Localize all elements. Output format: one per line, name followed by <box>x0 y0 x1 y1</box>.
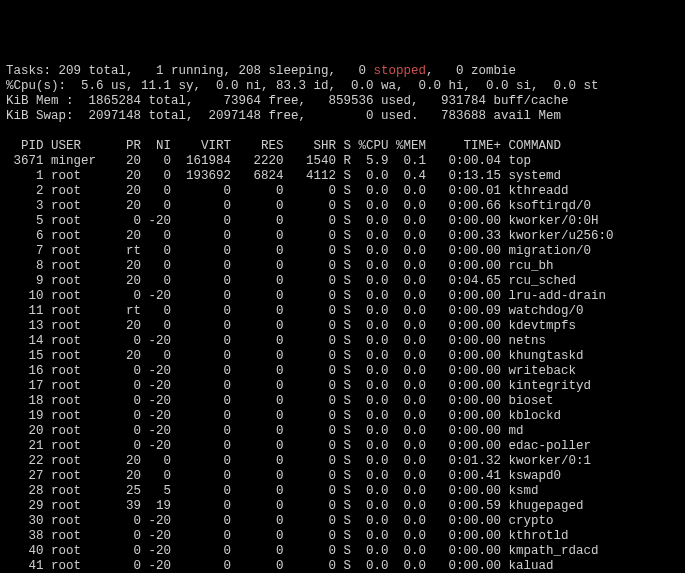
top-output[interactable]: Tasks: 209 total, 1 running, 208 sleepin… <box>6 64 679 573</box>
process-row[interactable]: 16 root 0 -20 0 0 0 S 0.0 0.0 0:00.00 wr… <box>6 364 679 379</box>
process-row[interactable]: 1 root 20 0 193692 6824 4112 S 0.0 0.4 0… <box>6 169 679 184</box>
cpu-line: %Cpu(s): 5.6 us, 11.1 sy, 0.0 ni, 83.3 i… <box>6 79 679 94</box>
process-row[interactable]: 28 root 25 5 0 0 0 S 0.0 0.0 0:00.00 ksm… <box>6 484 679 499</box>
stopped-word: stopped <box>374 64 427 78</box>
process-row[interactable]: 3 root 20 0 0 0 0 S 0.0 0.0 0:00.66 ksof… <box>6 199 679 214</box>
process-list[interactable]: 3671 minger 20 0 161984 2220 1540 R 5.9 … <box>6 154 679 573</box>
process-row[interactable]: 38 root 0 -20 0 0 0 S 0.0 0.0 0:00.00 kt… <box>6 529 679 544</box>
mem-line: KiB Mem : 1865284 total, 73964 free, 859… <box>6 94 679 109</box>
process-row[interactable]: 15 root 20 0 0 0 0 S 0.0 0.0 0:00.00 khu… <box>6 349 679 364</box>
blank-line <box>6 124 679 139</box>
process-row[interactable]: 9 root 20 0 0 0 0 S 0.0 0.0 0:04.65 rcu_… <box>6 274 679 289</box>
process-row[interactable]: 10 root 0 -20 0 0 0 S 0.0 0.0 0:00.00 lr… <box>6 289 679 304</box>
process-row[interactable]: 19 root 0 -20 0 0 0 S 0.0 0.0 0:00.00 kb… <box>6 409 679 424</box>
process-row[interactable]: 41 root 0 -20 0 0 0 S 0.0 0.0 0:00.00 ka… <box>6 559 679 573</box>
process-row[interactable]: 27 root 20 0 0 0 0 S 0.0 0.0 0:00.41 ksw… <box>6 469 679 484</box>
column-headers[interactable]: PID USER PR NI VIRT RES SHR S %CPU %MEM … <box>6 139 679 154</box>
process-row[interactable]: 14 root 0 -20 0 0 0 S 0.0 0.0 0:00.00 ne… <box>6 334 679 349</box>
process-row[interactable]: 2 root 20 0 0 0 0 S 0.0 0.0 0:00.01 kthr… <box>6 184 679 199</box>
process-row[interactable]: 11 root rt 0 0 0 0 S 0.0 0.0 0:00.09 wat… <box>6 304 679 319</box>
process-row[interactable]: 22 root 20 0 0 0 0 S 0.0 0.0 0:01.32 kwo… <box>6 454 679 469</box>
process-row[interactable]: 13 root 20 0 0 0 0 S 0.0 0.0 0:00.00 kde… <box>6 319 679 334</box>
process-row[interactable]: 20 root 0 -20 0 0 0 S 0.0 0.0 0:00.00 md <box>6 424 679 439</box>
process-row[interactable]: 6 root 20 0 0 0 0 S 0.0 0.0 0:00.33 kwor… <box>6 229 679 244</box>
process-row[interactable]: 3671 minger 20 0 161984 2220 1540 R 5.9 … <box>6 154 679 169</box>
process-row[interactable]: 29 root 39 19 0 0 0 S 0.0 0.0 0:00.59 kh… <box>6 499 679 514</box>
swap-line: KiB Swap: 2097148 total, 2097148 free, 0… <box>6 109 679 124</box>
process-row[interactable]: 40 root 0 -20 0 0 0 S 0.0 0.0 0:00.00 km… <box>6 544 679 559</box>
process-row[interactable]: 21 root 0 -20 0 0 0 S 0.0 0.0 0:00.00 ed… <box>6 439 679 454</box>
process-row[interactable]: 5 root 0 -20 0 0 0 S 0.0 0.0 0:00.00 kwo… <box>6 214 679 229</box>
process-row[interactable]: 7 root rt 0 0 0 0 S 0.0 0.0 0:00.00 migr… <box>6 244 679 259</box>
process-row[interactable]: 18 root 0 -20 0 0 0 S 0.0 0.0 0:00.00 bi… <box>6 394 679 409</box>
process-row[interactable]: 30 root 0 -20 0 0 0 S 0.0 0.0 0:00.00 cr… <box>6 514 679 529</box>
process-row[interactable]: 8 root 20 0 0 0 0 S 0.0 0.0 0:00.00 rcu_… <box>6 259 679 274</box>
process-row[interactable]: 17 root 0 -20 0 0 0 S 0.0 0.0 0:00.00 ki… <box>6 379 679 394</box>
tasks-line: Tasks: 209 total, 1 running, 208 sleepin… <box>6 64 679 79</box>
